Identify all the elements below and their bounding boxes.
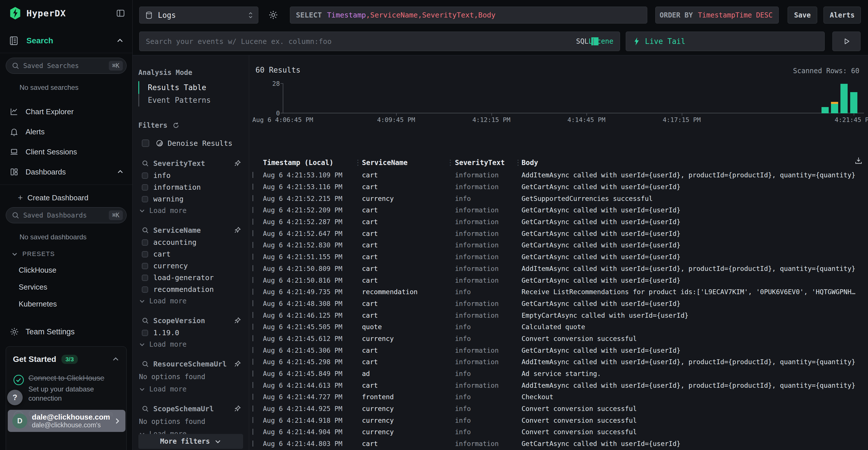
facet-option[interactable]: info (138, 170, 243, 181)
facet-checkbox[interactable] (142, 196, 148, 202)
facet-option[interactable]: 1.19.0 (138, 327, 243, 339)
live-tail-button[interactable]: Live Tail (626, 32, 825, 51)
column-resize-grip[interactable]: ⋮ (354, 158, 362, 167)
expand-row-chevron-icon[interactable] (253, 242, 253, 248)
analysis-mode-tab[interactable]: Results Table (138, 81, 243, 94)
column-header-body[interactable]: Body (522, 159, 868, 167)
facet-checkbox[interactable] (142, 239, 148, 246)
sidebar-item-dashboards[interactable]: Dashboards (9, 166, 124, 178)
table-row[interactable]: Aug 6 4:21:45.849 PM ad info Ad service … (249, 368, 868, 380)
chart-bar[interactable] (822, 107, 829, 114)
pin-icon[interactable] (234, 405, 241, 413)
team-settings-button[interactable]: Team Settings (9, 327, 132, 336)
language-toggle-sql[interactable]: SQL (576, 37, 588, 45)
table-row[interactable]: Aug 6 4:21:44.925 PM currency info Conve… (249, 403, 868, 415)
expand-row-chevron-icon[interactable] (253, 207, 253, 213)
save-button[interactable]: Save (787, 7, 817, 24)
table-row[interactable]: Aug 6 4:21:52.287 PM cart information Ge… (249, 216, 868, 228)
table-row[interactable]: Aug 6 4:21:48.308 PM cart information Ge… (249, 298, 868, 310)
create-dashboard-button[interactable]: + Create Dashboard (18, 193, 132, 203)
preset-clickhouse[interactable]: ClickHouse (19, 266, 132, 275)
table-row[interactable]: Aug 6 4:21:53.116 PM cart information Ge… (249, 181, 868, 193)
table-row[interactable]: Aug 6 4:21:44.803 PM cart information Ge… (249, 438, 868, 450)
expand-row-chevron-icon[interactable] (253, 359, 253, 365)
refresh-filters-icon[interactable] (172, 121, 180, 129)
sidebar-item-search[interactable]: Search (9, 36, 124, 46)
table-row[interactable]: Aug 6 4:21:52.215 PM currency info GetSu… (249, 193, 868, 204)
help-button[interactable]: ? (7, 390, 23, 405)
alerts-button[interactable]: Alerts (824, 7, 861, 24)
facet-checkbox[interactable] (142, 251, 148, 257)
column-header-severitytext[interactable]: SeverityText (455, 159, 522, 167)
pin-icon[interactable] (234, 159, 241, 167)
table-row[interactable]: Aug 6 4:21:44.727 PM frontend info Check… (249, 391, 868, 403)
table-row[interactable]: Aug 6 4:21:44.613 PM cart information Ad… (249, 379, 868, 391)
get-started-step-1[interactable]: Connect to ClickHouse Set up your databa… (13, 373, 119, 403)
expand-row-chevron-icon[interactable] (253, 254, 253, 260)
facet-option[interactable]: load-generator (138, 272, 243, 284)
more-filters-button[interactable]: More filters (138, 434, 243, 449)
facet-checkbox[interactable] (142, 184, 148, 191)
table-row[interactable]: Aug 6 4:21:45.612 PM currency info Conve… (249, 333, 868, 345)
facet-option[interactable]: currency (138, 260, 243, 272)
expand-row-chevron-icon[interactable] (253, 324, 253, 330)
facet-option[interactable]: recommendation (138, 284, 243, 295)
expand-row-chevron-icon[interactable] (253, 406, 253, 412)
facet-option[interactable]: warning (138, 193, 243, 205)
expand-row-chevron-icon[interactable] (253, 429, 253, 435)
table-row[interactable]: Aug 6 4:21:45.505 PM quote info Calculat… (249, 321, 868, 333)
chevron-up-icon[interactable] (116, 37, 124, 44)
chart-bar[interactable] (850, 92, 857, 114)
expand-row-chevron-icon[interactable] (253, 289, 253, 295)
facet-checkbox[interactable] (142, 263, 148, 269)
expand-row-chevron-icon[interactable] (253, 265, 253, 271)
column-resize-grip[interactable]: ⋮ (515, 158, 522, 167)
column-resize-grip[interactable]: ⋮ (446, 158, 454, 167)
expand-row-chevron-icon[interactable] (253, 219, 253, 225)
column-header-servicename[interactable]: ServiceName (362, 159, 455, 167)
pin-icon[interactable] (234, 226, 241, 234)
table-row[interactable]: Aug 6 4:21:45.298 PM cart information Ad… (249, 356, 868, 368)
user-menu-item[interactable]: D dale@clickhouse.com dale@clickhouse.co… (8, 410, 125, 432)
sidebar-collapse-icon[interactable] (116, 8, 125, 18)
saved-searches-input[interactable]: Saved Searches ⌘K (6, 58, 127, 74)
chart-bar[interactable] (831, 102, 838, 114)
facet-checkbox[interactable] (142, 275, 148, 281)
table-row[interactable]: Aug 6 4:21:49.735 PM recommendation info… (249, 286, 868, 298)
chevron-up-icon[interactable] (117, 168, 124, 175)
table-row[interactable]: Aug 6 4:21:45.306 PM cart information Ge… (249, 344, 868, 356)
expand-row-chevron-icon[interactable] (253, 382, 253, 388)
facet-checkbox[interactable] (142, 172, 148, 179)
expand-row-chevron-icon[interactable] (253, 277, 253, 283)
expand-row-chevron-icon[interactable] (253, 312, 253, 318)
presets-toggle[interactable]: PRESETS (11, 250, 132, 258)
expand-row-chevron-icon[interactable] (253, 230, 253, 236)
chart-bar[interactable] (840, 84, 848, 114)
facet-checkbox[interactable] (142, 286, 148, 293)
facet-option[interactable]: accounting (138, 236, 243, 248)
expand-row-chevron-icon[interactable] (253, 335, 253, 341)
table-row[interactable]: Aug 6 4:21:44.904 PM currency info Conve… (249, 426, 868, 438)
sidebar-item-alerts[interactable]: Alerts (9, 126, 124, 137)
source-settings-gear-icon[interactable] (268, 10, 278, 20)
order-by-input[interactable]: ORDER BY TimestampTime DESC (655, 7, 779, 24)
table-row[interactable]: Aug 6 4:21:53.109 PM cart information Ad… (249, 169, 868, 181)
expand-row-chevron-icon[interactable] (253, 371, 253, 377)
run-query-button[interactable] (832, 32, 861, 51)
expand-row-chevron-icon[interactable] (253, 300, 253, 306)
sidebar-item-chart-explorer[interactable]: Chart Explorer (9, 106, 124, 117)
facet-option[interactable]: cart (138, 248, 243, 260)
expand-row-chevron-icon[interactable] (253, 195, 253, 201)
table-row[interactable]: Aug 6 4:21:50.816 PM cart information Ge… (249, 275, 868, 286)
pin-icon[interactable] (234, 317, 241, 325)
analysis-mode-tab[interactable]: Event Patterns (138, 94, 243, 106)
denoise-checkbox[interactable] (142, 139, 149, 147)
facet-checkbox[interactable] (142, 330, 148, 336)
sidebar-item-client-sessions[interactable]: Client Sessions (9, 146, 124, 158)
table-row[interactable]: Aug 6 4:21:52.647 PM cart information Ge… (249, 228, 868, 239)
column-header-timestamp[interactable]: Timestamp (Local) (263, 159, 362, 167)
pin-icon[interactable] (234, 360, 241, 368)
preset-kubernetes[interactable]: Kubernetes (19, 300, 132, 309)
load-more-button[interactable]: Load more (138, 339, 243, 350)
event-search-input[interactable]: Search your events w/ Lucene ex. column:… (139, 32, 620, 51)
